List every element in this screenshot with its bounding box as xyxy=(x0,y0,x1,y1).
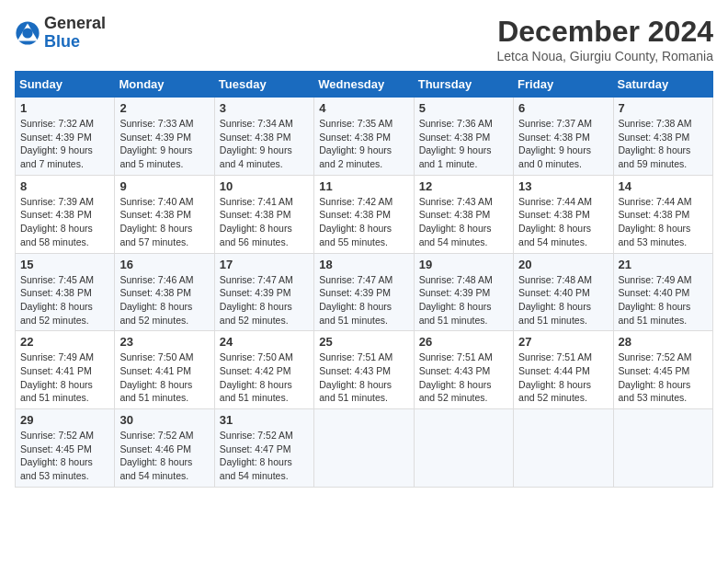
calendar-day-cell: 9Sunrise: 7:40 AM Sunset: 4:38 PM Daylig… xyxy=(115,175,214,253)
day-number: 9 xyxy=(119,179,209,193)
day-info: Sunrise: 7:38 AM Sunset: 4:38 PM Dayligh… xyxy=(619,117,708,171)
calendar-day-cell: 13Sunrise: 7:44 AM Sunset: 4:38 PM Dayli… xyxy=(514,175,613,253)
day-number: 20 xyxy=(518,258,608,271)
day-of-week-header: Wednesday xyxy=(314,72,414,98)
calendar-week-row: 15Sunrise: 7:45 AM Sunset: 4:38 PM Dayli… xyxy=(16,253,713,331)
calendar-day-cell: 5Sunrise: 7:36 AM Sunset: 4:38 PM Daylig… xyxy=(414,98,513,176)
day-info: Sunrise: 7:48 AM Sunset: 4:39 PM Dayligh… xyxy=(419,273,508,327)
day-info: Sunrise: 7:51 AM Sunset: 4:43 PM Dayligh… xyxy=(319,350,408,405)
day-number: 26 xyxy=(419,335,508,349)
calendar-day-cell: 30Sunrise: 7:52 AM Sunset: 4:46 PM Dayli… xyxy=(115,409,214,488)
calendar-day-cell: 19Sunrise: 7:48 AM Sunset: 4:39 PM Dayli… xyxy=(414,253,513,331)
logo-general-text: General xyxy=(44,15,106,33)
day-info: Sunrise: 7:48 AM Sunset: 4:40 PM Dayligh… xyxy=(518,273,608,327)
calendar-header: SundayMondayTuesdayWednesdayThursdayFrid… xyxy=(16,72,713,98)
day-of-week-header: Thursday xyxy=(414,72,513,98)
calendar-table: SundayMondayTuesdayWednesdayThursdayFrid… xyxy=(15,71,713,488)
day-number: 25 xyxy=(319,335,408,349)
day-info: Sunrise: 7:52 AM Sunset: 4:46 PM Dayligh… xyxy=(119,429,209,483)
logo-blue-text: Blue xyxy=(44,33,106,52)
day-info: Sunrise: 7:51 AM Sunset: 4:43 PM Dayligh… xyxy=(419,350,508,405)
calendar-day-cell: 18Sunrise: 7:47 AM Sunset: 4:39 PM Dayli… xyxy=(314,253,414,331)
day-info: Sunrise: 7:50 AM Sunset: 4:41 PM Dayligh… xyxy=(119,350,209,405)
day-number: 22 xyxy=(20,335,109,349)
day-info: Sunrise: 7:47 AM Sunset: 4:39 PM Dayligh… xyxy=(319,273,408,327)
calendar-week-row: 22Sunrise: 7:49 AM Sunset: 4:41 PM Dayli… xyxy=(16,331,713,409)
location-subtitle: Letca Noua, Giurgiu County, Romania xyxy=(496,49,713,63)
logo: General Blue xyxy=(15,15,106,52)
calendar-body: 1Sunrise: 7:32 AM Sunset: 4:39 PM Daylig… xyxy=(16,98,713,488)
calendar-week-row: 8Sunrise: 7:39 AM Sunset: 4:38 PM Daylig… xyxy=(16,175,713,253)
day-info: Sunrise: 7:49 AM Sunset: 4:40 PM Dayligh… xyxy=(619,273,708,327)
calendar-day-cell: 14Sunrise: 7:44 AM Sunset: 4:38 PM Dayli… xyxy=(613,175,712,253)
calendar-day-cell: 11Sunrise: 7:42 AM Sunset: 4:38 PM Dayli… xyxy=(314,175,414,253)
page-header: General Blue December 2024 Letca Noua, G… xyxy=(15,15,713,63)
day-info: Sunrise: 7:44 AM Sunset: 4:38 PM Dayligh… xyxy=(518,195,608,249)
calendar-day-cell: 23Sunrise: 7:50 AM Sunset: 4:41 PM Dayli… xyxy=(115,331,214,409)
day-number: 5 xyxy=(419,101,508,115)
day-info: Sunrise: 7:52 AM Sunset: 4:45 PM Dayligh… xyxy=(619,350,708,405)
day-of-week-header: Monday xyxy=(115,72,214,98)
day-number: 16 xyxy=(119,258,209,271)
day-number: 27 xyxy=(518,335,608,349)
day-number: 2 xyxy=(119,101,209,115)
calendar-day-cell: 7Sunrise: 7:38 AM Sunset: 4:38 PM Daylig… xyxy=(613,98,712,176)
day-number: 15 xyxy=(20,258,109,271)
day-number: 19 xyxy=(419,258,508,271)
calendar-day-cell xyxy=(314,409,414,488)
calendar-day-cell: 2Sunrise: 7:33 AM Sunset: 4:39 PM Daylig… xyxy=(115,98,214,176)
day-number: 18 xyxy=(319,258,408,271)
calendar-day-cell: 24Sunrise: 7:50 AM Sunset: 4:42 PM Dayli… xyxy=(214,331,313,409)
day-number: 28 xyxy=(619,335,708,349)
day-number: 12 xyxy=(419,179,508,193)
day-info: Sunrise: 7:45 AM Sunset: 4:38 PM Dayligh… xyxy=(20,273,109,327)
day-info: Sunrise: 7:37 AM Sunset: 4:38 PM Dayligh… xyxy=(518,117,608,171)
day-number: 11 xyxy=(319,179,408,193)
day-info: Sunrise: 7:32 AM Sunset: 4:39 PM Dayligh… xyxy=(20,117,109,171)
day-info: Sunrise: 7:46 AM Sunset: 4:38 PM Dayligh… xyxy=(119,273,209,327)
day-info: Sunrise: 7:34 AM Sunset: 4:38 PM Dayligh… xyxy=(220,117,309,171)
month-title: December 2024 xyxy=(496,15,713,49)
day-number: 24 xyxy=(220,335,309,349)
calendar-day-cell xyxy=(414,409,513,488)
day-number: 7 xyxy=(619,101,708,115)
day-info: Sunrise: 7:36 AM Sunset: 4:38 PM Dayligh… xyxy=(419,117,508,171)
day-number: 14 xyxy=(619,179,708,193)
day-info: Sunrise: 7:39 AM Sunset: 4:38 PM Dayligh… xyxy=(20,195,109,249)
calendar-day-cell: 6Sunrise: 7:37 AM Sunset: 4:38 PM Daylig… xyxy=(514,98,613,176)
day-number: 13 xyxy=(518,179,608,193)
calendar-day-cell: 1Sunrise: 7:32 AM Sunset: 4:39 PM Daylig… xyxy=(16,98,115,176)
day-info: Sunrise: 7:40 AM Sunset: 4:38 PM Dayligh… xyxy=(119,195,209,249)
calendar-day-cell: 21Sunrise: 7:49 AM Sunset: 4:40 PM Dayli… xyxy=(613,253,712,331)
day-number: 8 xyxy=(20,179,109,193)
logo-icon xyxy=(15,20,40,46)
day-info: Sunrise: 7:33 AM Sunset: 4:39 PM Dayligh… xyxy=(119,117,209,171)
calendar-day-cell: 27Sunrise: 7:51 AM Sunset: 4:44 PM Dayli… xyxy=(514,331,613,409)
day-number: 17 xyxy=(220,258,309,271)
calendar-day-cell: 28Sunrise: 7:52 AM Sunset: 4:45 PM Dayli… xyxy=(613,331,712,409)
day-number: 10 xyxy=(220,179,309,193)
day-info: Sunrise: 7:49 AM Sunset: 4:41 PM Dayligh… xyxy=(20,350,109,405)
day-number: 21 xyxy=(619,258,708,271)
day-info: Sunrise: 7:50 AM Sunset: 4:42 PM Dayligh… xyxy=(220,350,309,405)
svg-point-2 xyxy=(22,28,32,38)
calendar-day-cell: 12Sunrise: 7:43 AM Sunset: 4:38 PM Dayli… xyxy=(414,175,513,253)
day-number: 23 xyxy=(119,335,209,349)
day-info: Sunrise: 7:44 AM Sunset: 4:38 PM Dayligh… xyxy=(619,195,708,249)
day-number: 4 xyxy=(319,101,408,115)
calendar-day-cell: 8Sunrise: 7:39 AM Sunset: 4:38 PM Daylig… xyxy=(16,175,115,253)
day-of-week-header: Sunday xyxy=(16,72,115,98)
calendar-day-cell: 26Sunrise: 7:51 AM Sunset: 4:43 PM Dayli… xyxy=(414,331,513,409)
day-number: 6 xyxy=(518,101,608,115)
calendar-day-cell: 31Sunrise: 7:52 AM Sunset: 4:47 PM Dayli… xyxy=(214,409,313,488)
calendar-day-cell: 10Sunrise: 7:41 AM Sunset: 4:38 PM Dayli… xyxy=(214,175,313,253)
calendar-day-cell: 16Sunrise: 7:46 AM Sunset: 4:38 PM Dayli… xyxy=(115,253,214,331)
day-info: Sunrise: 7:43 AM Sunset: 4:38 PM Dayligh… xyxy=(419,195,508,249)
day-number: 1 xyxy=(20,101,109,115)
title-block: December 2024 Letca Noua, Giurgiu County… xyxy=(496,15,713,63)
calendar-day-cell: 3Sunrise: 7:34 AM Sunset: 4:38 PM Daylig… xyxy=(214,98,313,176)
calendar-day-cell: 15Sunrise: 7:45 AM Sunset: 4:38 PM Dayli… xyxy=(16,253,115,331)
calendar-day-cell: 29Sunrise: 7:52 AM Sunset: 4:45 PM Dayli… xyxy=(16,409,115,488)
day-of-week-header: Saturday xyxy=(613,72,712,98)
day-info: Sunrise: 7:35 AM Sunset: 4:38 PM Dayligh… xyxy=(319,117,408,171)
